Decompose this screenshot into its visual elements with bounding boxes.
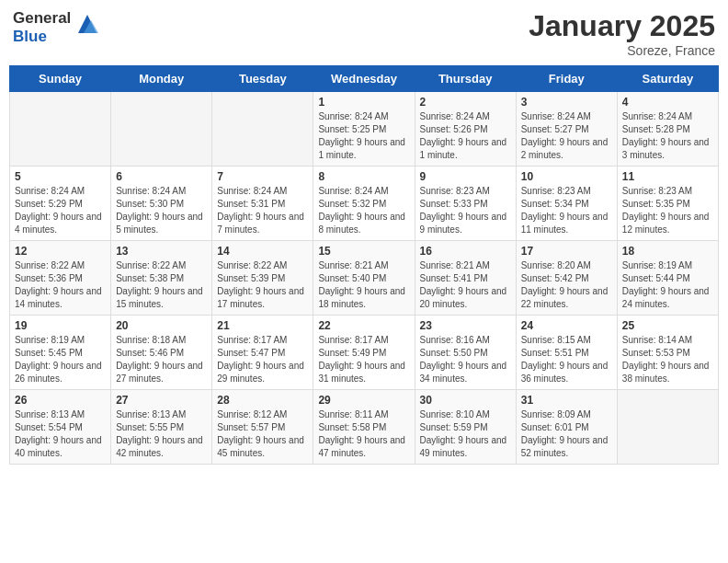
day-number: 16 <box>420 245 511 258</box>
calendar-cell: 25Sunrise: 8:14 AM Sunset: 5:53 PM Dayli… <box>617 316 718 390</box>
day-number: 17 <box>521 245 612 258</box>
day-detail: Sunrise: 8:24 AM Sunset: 5:30 PM Dayligh… <box>116 185 207 236</box>
calendar-cell: 16Sunrise: 8:21 AM Sunset: 5:41 PM Dayli… <box>415 241 516 316</box>
calendar-cell: 10Sunrise: 8:23 AM Sunset: 5:34 PM Dayli… <box>516 167 617 241</box>
calendar-cell: 23Sunrise: 8:16 AM Sunset: 5:50 PM Dayli… <box>415 316 516 390</box>
day-number: 15 <box>318 245 409 258</box>
day-detail: Sunrise: 8:24 AM Sunset: 5:31 PM Dayligh… <box>217 185 308 236</box>
day-detail: Sunrise: 8:19 AM Sunset: 5:44 PM Dayligh… <box>622 259 713 311</box>
day-number: 22 <box>318 319 409 332</box>
calendar-cell: 14Sunrise: 8:22 AM Sunset: 5:39 PM Dayli… <box>212 241 313 316</box>
calendar-cell: 28Sunrise: 8:12 AM Sunset: 5:57 PM Dayli… <box>212 390 313 465</box>
day-number: 20 <box>116 319 207 332</box>
weekday-header-tuesday: Tuesday <box>212 66 313 92</box>
day-detail: Sunrise: 8:15 AM Sunset: 5:51 PM Dayligh… <box>521 334 612 385</box>
calendar-cell: 5Sunrise: 8:24 AM Sunset: 5:29 PM Daylig… <box>10 167 111 241</box>
calendar-cell: 7Sunrise: 8:24 AM Sunset: 5:31 PM Daylig… <box>212 167 313 241</box>
day-detail: Sunrise: 8:19 AM Sunset: 5:45 PM Dayligh… <box>15 334 106 385</box>
day-number: 19 <box>15 319 106 332</box>
calendar-cell: 19Sunrise: 8:19 AM Sunset: 5:45 PM Dayli… <box>10 316 111 390</box>
day-detail: Sunrise: 8:21 AM Sunset: 5:41 PM Dayligh… <box>420 259 511 311</box>
title-block: January 2025 Soreze, France <box>529 9 715 58</box>
calendar-week-row: 26Sunrise: 8:13 AM Sunset: 5:54 PM Dayli… <box>10 390 719 465</box>
calendar-cell: 15Sunrise: 8:21 AM Sunset: 5:40 PM Dayli… <box>313 241 415 316</box>
day-detail: Sunrise: 8:24 AM Sunset: 5:32 PM Dayligh… <box>318 185 409 236</box>
day-detail: Sunrise: 8:24 AM Sunset: 5:27 PM Dayligh… <box>521 110 612 162</box>
calendar-cell: 6Sunrise: 8:24 AM Sunset: 5:30 PM Daylig… <box>111 167 212 241</box>
day-number: 28 <box>217 394 308 407</box>
day-number: 6 <box>116 170 207 183</box>
calendar-cell: 4Sunrise: 8:24 AM Sunset: 5:28 PM Daylig… <box>617 92 718 167</box>
day-number: 12 <box>15 245 106 258</box>
day-number: 31 <box>521 394 612 407</box>
day-number: 2 <box>420 96 511 109</box>
day-number: 24 <box>521 319 612 332</box>
weekday-header-sunday: Sunday <box>10 66 111 92</box>
calendar-cell: 11Sunrise: 8:23 AM Sunset: 5:35 PM Dayli… <box>617 167 718 241</box>
calendar-cell <box>617 390 718 465</box>
calendar-cell: 17Sunrise: 8:20 AM Sunset: 5:42 PM Dayli… <box>516 241 617 316</box>
day-number: 11 <box>622 170 713 183</box>
day-detail: Sunrise: 8:23 AM Sunset: 5:33 PM Dayligh… <box>420 185 511 236</box>
calendar-cell: 8Sunrise: 8:24 AM Sunset: 5:32 PM Daylig… <box>313 167 415 241</box>
weekday-header-saturday: Saturday <box>617 66 718 92</box>
day-number: 3 <box>521 96 612 109</box>
month-title: January 2025 <box>529 9 715 43</box>
logo: General Blue <box>13 9 100 47</box>
calendar-cell: 31Sunrise: 8:09 AM Sunset: 6:01 PM Dayli… <box>516 390 617 465</box>
day-detail: Sunrise: 8:17 AM Sunset: 5:49 PM Dayligh… <box>318 334 409 385</box>
calendar-cell: 12Sunrise: 8:22 AM Sunset: 5:36 PM Dayli… <box>10 241 111 316</box>
day-detail: Sunrise: 8:12 AM Sunset: 5:57 PM Dayligh… <box>217 408 308 460</box>
calendar-cell: 27Sunrise: 8:13 AM Sunset: 5:55 PM Dayli… <box>111 390 212 465</box>
calendar-cell: 29Sunrise: 8:11 AM Sunset: 5:58 PM Dayli… <box>313 390 415 465</box>
day-detail: Sunrise: 8:20 AM Sunset: 5:42 PM Dayligh… <box>521 259 612 311</box>
day-number: 21 <box>217 319 308 332</box>
calendar-cell: 9Sunrise: 8:23 AM Sunset: 5:33 PM Daylig… <box>415 167 516 241</box>
day-number: 27 <box>116 394 207 407</box>
day-detail: Sunrise: 8:24 AM Sunset: 5:25 PM Dayligh… <box>318 110 409 162</box>
calendar-cell: 18Sunrise: 8:19 AM Sunset: 5:44 PM Dayli… <box>617 241 718 316</box>
calendar-cell <box>111 92 212 167</box>
calendar-cell: 30Sunrise: 8:10 AM Sunset: 5:59 PM Dayli… <box>415 390 516 465</box>
calendar-week-row: 5Sunrise: 8:24 AM Sunset: 5:29 PM Daylig… <box>10 167 719 241</box>
day-detail: Sunrise: 8:24 AM Sunset: 5:26 PM Dayligh… <box>420 110 511 162</box>
day-number: 30 <box>420 394 511 407</box>
day-number: 29 <box>318 394 409 407</box>
calendar-cell: 26Sunrise: 8:13 AM Sunset: 5:54 PM Dayli… <box>10 390 111 465</box>
weekday-header-monday: Monday <box>111 66 212 92</box>
day-number: 23 <box>420 319 511 332</box>
calendar-cell: 2Sunrise: 8:24 AM Sunset: 5:26 PM Daylig… <box>415 92 516 167</box>
logo-blue: Blue <box>13 28 71 46</box>
calendar-cell: 22Sunrise: 8:17 AM Sunset: 5:49 PM Dayli… <box>313 316 415 390</box>
day-number: 14 <box>217 245 308 258</box>
location: Soreze, France <box>529 43 715 58</box>
day-detail: Sunrise: 8:23 AM Sunset: 5:35 PM Dayligh… <box>622 185 713 236</box>
day-number: 9 <box>420 170 511 183</box>
calendar-week-row: 1Sunrise: 8:24 AM Sunset: 5:25 PM Daylig… <box>10 92 719 167</box>
weekday-header-friday: Friday <box>516 66 617 92</box>
day-detail: Sunrise: 8:22 AM Sunset: 5:38 PM Dayligh… <box>116 259 207 311</box>
calendar-cell: 21Sunrise: 8:17 AM Sunset: 5:47 PM Dayli… <box>212 316 313 390</box>
day-detail: Sunrise: 8:22 AM Sunset: 5:39 PM Dayligh… <box>217 259 308 311</box>
day-number: 25 <box>622 319 713 332</box>
calendar-cell <box>10 92 111 167</box>
calendar-week-row: 12Sunrise: 8:22 AM Sunset: 5:36 PM Dayli… <box>10 241 719 316</box>
day-number: 26 <box>15 394 106 407</box>
weekday-header-row: SundayMondayTuesdayWednesdayThursdayFrid… <box>10 66 719 92</box>
calendar-week-row: 19Sunrise: 8:19 AM Sunset: 5:45 PM Dayli… <box>10 316 719 390</box>
day-number: 18 <box>622 245 713 258</box>
day-detail: Sunrise: 8:09 AM Sunset: 6:01 PM Dayligh… <box>521 408 612 460</box>
day-detail: Sunrise: 8:14 AM Sunset: 5:53 PM Dayligh… <box>622 334 713 385</box>
day-number: 13 <box>116 245 207 258</box>
day-detail: Sunrise: 8:22 AM Sunset: 5:36 PM Dayligh… <box>15 259 106 311</box>
page-header: General Blue January 2025 Soreze, France <box>9 9 719 58</box>
day-detail: Sunrise: 8:24 AM Sunset: 5:29 PM Dayligh… <box>15 185 106 236</box>
day-number: 4 <box>622 96 713 109</box>
calendar-cell: 24Sunrise: 8:15 AM Sunset: 5:51 PM Dayli… <box>516 316 617 390</box>
day-number: 5 <box>15 170 106 183</box>
day-number: 8 <box>318 170 409 183</box>
calendar-table: SundayMondayTuesdayWednesdayThursdayFrid… <box>9 65 719 465</box>
day-detail: Sunrise: 8:23 AM Sunset: 5:34 PM Dayligh… <box>521 185 612 236</box>
weekday-header-thursday: Thursday <box>415 66 516 92</box>
day-number: 10 <box>521 170 612 183</box>
